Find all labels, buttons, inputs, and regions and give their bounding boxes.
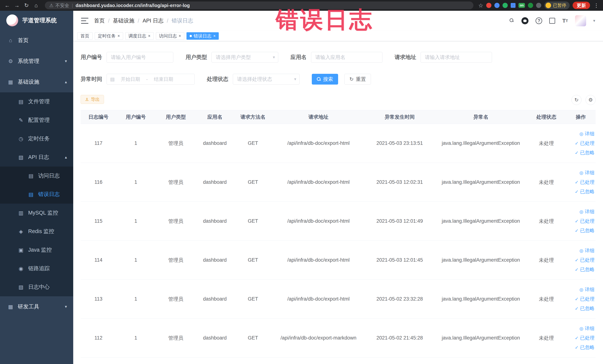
search-button[interactable]: 搜索 <box>312 74 338 84</box>
column-header: 日志编号 <box>81 110 116 124</box>
browser-menu-icon[interactable]: ⋮ <box>593 2 600 9</box>
action-ignored-link[interactable]: ✓已忽略 <box>575 150 594 156</box>
end-date-input[interactable] <box>150 76 177 82</box>
cell-actions: ◎详细 ✓已处理 ✓已忽略 <box>566 208 596 234</box>
action-processed-link[interactable]: ✓已处理 <box>575 179 594 186</box>
tab-close-icon[interactable]: × <box>148 34 151 38</box>
sidebar-toggle-icon[interactable] <box>81 18 88 24</box>
help-icon[interactable]: ? <box>535 17 542 24</box>
sidebar-item-config-management[interactable]: ✎ 配置管理 <box>0 111 73 129</box>
breadcrumb-item[interactable]: 基础设施 <box>113 17 134 24</box>
tab-scheduled-tasks[interactable]: 定时任务 × <box>95 32 123 40</box>
extension-icon[interactable] <box>502 3 508 8</box>
user-type-select[interactable]: ▾ <box>211 52 278 63</box>
sidebar-item-access-logs[interactable]: ▤ 访问日志 <box>0 166 73 185</box>
extension-icon[interactable] <box>486 3 491 8</box>
action-processed-link[interactable]: ✓已处理 <box>575 218 594 224</box>
logo-avatar <box>6 14 18 26</box>
sidebar-item-system-management[interactable]: ⚙ 系统管理 ▾ <box>0 51 73 71</box>
action-detail-link[interactable]: ◎详细 <box>580 208 594 215</box>
user-type-select-input[interactable] <box>211 52 278 63</box>
start-date-input[interactable] <box>116 76 144 82</box>
font-size-icon[interactable]: TT <box>562 18 568 24</box>
user-id-input[interactable] <box>107 52 173 63</box>
action-detail-link[interactable]: ◎详细 <box>580 247 594 254</box>
forward-icon[interactable]: → <box>13 1 21 9</box>
tab-close-icon[interactable]: × <box>117 34 120 38</box>
sidebar-item-link-tracing[interactable]: ◉ 链路追踪 <box>0 259 73 278</box>
action-processed-link[interactable]: ✓已处理 <box>575 257 594 263</box>
security-chip[interactable]: ⚠ 不安全 <box>49 2 69 9</box>
action-ignored-link[interactable]: ✓已忽略 <box>575 305 594 312</box>
extension-on-badge[interactable]: on <box>519 3 525 8</box>
address-bar[interactable]: ⚠ 不安全 | dashboard.yudao.iocoder.cn/infra… <box>45 1 474 9</box>
action-detail-link[interactable]: ◎详细 <box>580 130 594 137</box>
sidebar-item-home[interactable]: ⌂ 首页 <box>0 30 73 51</box>
home-icon[interactable]: ⌂ <box>32 1 40 9</box>
extension-paw-icon[interactable] <box>536 3 541 8</box>
app-logo[interactable]: 芋道管理系统 <box>0 11 73 30</box>
export-button[interactable]: 导出 <box>81 95 104 104</box>
profile-chip[interactable]: 已暂停 <box>544 1 570 9</box>
action-detail-link[interactable]: ◎详细 <box>580 169 594 176</box>
sidebar-item-label: MySQL 监控 <box>28 209 58 217</box>
app-name-input[interactable] <box>311 52 383 63</box>
tab-close-icon[interactable]: × <box>213 34 216 38</box>
cell-app-name: dashboard <box>196 257 233 263</box>
sidebar-item-log-center[interactable]: ▧ 日志中心 <box>0 278 73 296</box>
date-range-picker[interactable]: ▤ - <box>107 74 195 84</box>
action-processed-link[interactable]: ✓已处理 <box>575 140 594 146</box>
tab-home[interactable]: 首页 <box>77 32 93 40</box>
breadcrumb-separator: / <box>138 18 139 24</box>
grid-icon: ▦ <box>7 79 14 85</box>
tab-close-icon[interactable]: × <box>179 34 181 38</box>
sidebar-item-mysql-monitor[interactable]: ▥ MySQL 监控 <box>0 204 73 222</box>
tab-error-logs[interactable]: 错误日志 × <box>186 32 219 40</box>
breadcrumb-item[interactable]: 首页 <box>94 17 105 24</box>
eye-icon: ◎ <box>580 248 583 253</box>
user-avatar[interactable] <box>575 15 586 26</box>
request-url-input[interactable] <box>421 52 492 63</box>
update-button[interactable]: 更新 <box>573 2 590 9</box>
process-status-select[interactable]: ▾ <box>233 74 300 84</box>
action-ignored-link[interactable]: ✓已忽略 <box>575 227 594 234</box>
action-ignored-link[interactable]: ✓已忽略 <box>575 188 594 195</box>
cell-request-method: GET <box>233 335 272 341</box>
sidebar-item-dev-tools[interactable]: ▩ 研发工具 ▾ <box>0 296 73 317</box>
column-header: 请求方法名 <box>233 110 272 124</box>
fullscreen-icon[interactable] <box>549 18 555 24</box>
action-detail-link[interactable]: ◎详细 <box>580 286 594 293</box>
table-row: 113 1 管理员 dashboard GET /api/infra/db-do… <box>81 280 596 318</box>
extension-grid-icon[interactable] <box>511 3 515 8</box>
extension-leaf-icon[interactable] <box>528 3 533 8</box>
breadcrumb-item[interactable]: API 日志 <box>142 17 163 24</box>
action-detail-link[interactable]: ◎详细 <box>580 325 594 332</box>
search-icon[interactable] <box>510 18 514 23</box>
sidebar-item-scheduled-tasks[interactable]: ◷ 定时任务 <box>0 129 73 148</box>
action-ignored-link[interactable]: ✓已忽略 <box>575 344 594 351</box>
process-status-select-input[interactable] <box>233 74 300 84</box>
reload-icon[interactable]: ↻ <box>23 1 30 9</box>
doc-icon: ▤ <box>28 173 34 179</box>
refresh-table-button[interactable]: ↻ <box>571 95 581 105</box>
cell-user-type: 管理员 <box>155 335 196 341</box>
tab-label: 定时任务 <box>98 33 116 39</box>
action-ignored-link[interactable]: ✓已忽略 <box>575 266 594 273</box>
sidebar-item-api-logs[interactable]: ▧ API 日志 ▴ <box>0 148 73 166</box>
column-settings-button[interactable]: ⚙ <box>586 95 596 105</box>
tab-dispatch-logs[interactable]: 调度日志 × <box>125 32 154 40</box>
bookmark-star-icon[interactable]: ☆ <box>478 2 483 9</box>
avatar-caret-icon[interactable]: ▾ <box>593 18 595 23</box>
extension-icon[interactable] <box>494 3 499 8</box>
action-processed-link[interactable]: ✓已处理 <box>575 296 594 302</box>
sidebar-item-infrastructure[interactable]: ▦ 基础设施 ▴ <box>0 71 73 92</box>
back-icon[interactable]: ← <box>3 1 11 9</box>
sidebar-item-java-monitor[interactable]: ▣ Java 监控 <box>0 241 73 259</box>
tab-access-logs[interactable]: 访问日志 × <box>156 32 184 40</box>
sidebar-item-file-management[interactable]: ▤ 文件管理 <box>0 92 73 111</box>
reset-button[interactable]: ↻ 重置 <box>344 74 371 84</box>
sidebar-item-error-logs[interactable]: ▤ 错误日志 <box>0 185 73 204</box>
github-icon[interactable] <box>522 17 529 24</box>
sidebar-item-redis-monitor[interactable]: ◈ Redis 监控 <box>0 222 73 241</box>
action-processed-link[interactable]: ✓已处理 <box>575 335 594 341</box>
